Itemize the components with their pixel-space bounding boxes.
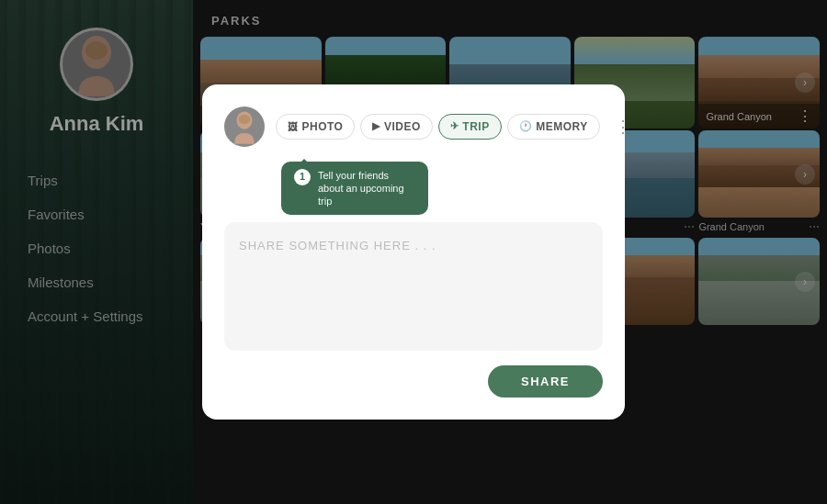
tab-photo[interactable]: 🖼 PHOTO: [276, 114, 355, 140]
tab-trip-label: TRIP: [462, 120, 489, 133]
tab-memory[interactable]: 🕐 MEMORY: [507, 114, 600, 140]
tooltip-wrapper: 1 Tell your friends about an upcoming tr…: [224, 162, 603, 216]
modal-footer: SHARE: [224, 365, 603, 398]
share-placeholder: SHARE SOMETHING HERE . . .: [239, 239, 436, 252]
modal-avatar-image: [230, 109, 259, 144]
modal-avatar: [224, 106, 265, 147]
tab-trip[interactable]: ✈ TRIP: [438, 114, 502, 140]
modal-tabs: 🖼 PHOTO ▶ VIDEO ✈ TRIP 🕐 MEMORY: [276, 114, 600, 140]
tab-photo-label: PHOTO: [302, 120, 344, 133]
photo-icon: 🖼: [288, 121, 299, 132]
video-icon: ▶: [372, 120, 380, 132]
tooltip-number: 1: [294, 169, 311, 185]
share-modal: 🖼 PHOTO ▶ VIDEO ✈ TRIP 🕐 MEMORY ⋮: [202, 84, 625, 420]
modal-more-button[interactable]: ⋮: [611, 113, 635, 140]
svg-point-3: [239, 114, 251, 124]
share-textarea-wrapper[interactable]: SHARE SOMETHING HERE . . .: [224, 222, 603, 351]
tooltip-text: Tell your friends about an upcoming trip: [318, 169, 415, 208]
tab-video[interactable]: ▶ VIDEO: [360, 114, 432, 140]
tab-video-label: VIDEO: [384, 120, 421, 133]
tab-memory-label: MEMORY: [536, 120, 588, 133]
trip-icon: ✈: [450, 120, 459, 132]
share-button[interactable]: SHARE: [488, 365, 603, 398]
modal-overlay: 🖼 PHOTO ▶ VIDEO ✈ TRIP 🕐 MEMORY ⋮: [0, 0, 827, 504]
modal-header: 🖼 PHOTO ▶ VIDEO ✈ TRIP 🕐 MEMORY ⋮: [224, 106, 603, 147]
trip-tooltip: 1 Tell your friends about an upcoming tr…: [281, 162, 428, 216]
memory-icon: 🕐: [519, 120, 533, 132]
